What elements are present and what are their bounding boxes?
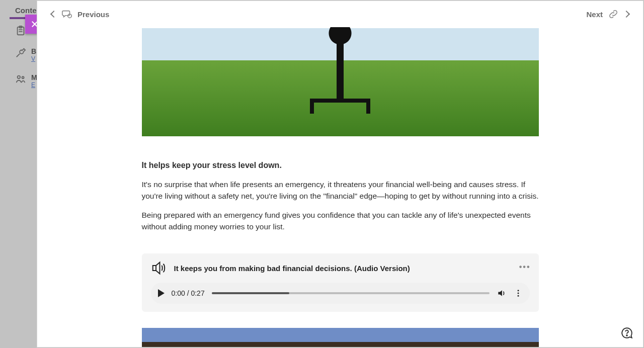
svg-rect-9 [152, 266, 155, 271]
hero-image [142, 28, 539, 136]
volume-button[interactable] [497, 288, 507, 298]
article: It helps keep your stress level down. It… [142, 28, 539, 347]
content-panel: Previous Next It helps keep your stress … [37, 1, 643, 347]
svg-point-13 [626, 335, 627, 336]
help-button[interactable] [620, 326, 634, 340]
article-text: It helps keep your stress level down. It… [142, 159, 539, 232]
audio-card: It keeps you from making bad financial d… [142, 253, 539, 312]
chevron-left-icon [50, 11, 57, 18]
panel-header: Previous Next [37, 1, 643, 27]
paragraph-2: Being prepared with an emergency fund gi… [142, 210, 539, 232]
panel-body: It helps keep your stress level down. It… [37, 27, 643, 347]
next-button[interactable]: Next [586, 9, 629, 20]
lead-paragraph: It helps keep your stress level down. [142, 159, 539, 171]
previous-label: Previous [77, 10, 109, 19]
audio-player: 0:00 / 0:27 [151, 283, 530, 304]
svg-point-11 [517, 293, 519, 294]
audio-more-button[interactable]: ••• [519, 263, 531, 272]
link-icon [608, 9, 619, 20]
next-label: Next [586, 10, 603, 19]
play-button[interactable] [158, 289, 165, 297]
speaker-icon [151, 260, 166, 276]
svg-point-10 [517, 290, 519, 291]
discussion-icon [61, 9, 72, 20]
lower-image [142, 328, 539, 347]
audio-seek-track[interactable] [212, 292, 490, 294]
audio-kebab-button[interactable] [514, 289, 523, 298]
audio-title: It keeps you from making bad financial d… [174, 264, 410, 273]
audio-header: It keeps you from making bad financial d… [151, 260, 530, 276]
paragraph-1: It's no surprise that when life presents… [142, 179, 539, 202]
audio-time: 0:00 / 0:27 [172, 289, 205, 297]
chevron-right-icon [623, 11, 630, 18]
svg-point-12 [517, 295, 519, 297]
previous-button[interactable]: Previous [51, 9, 109, 20]
